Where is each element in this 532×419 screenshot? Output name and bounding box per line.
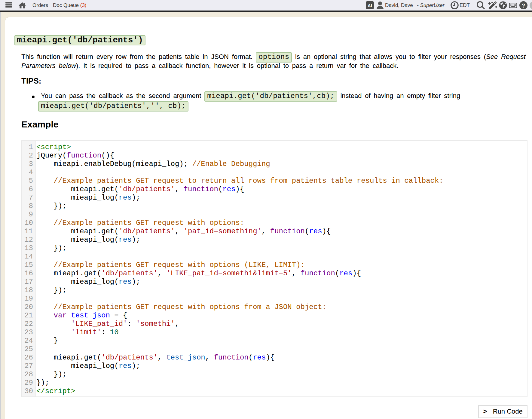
svg-text:?: ? <box>522 2 525 9</box>
svg-text:AI: AI <box>368 3 372 8</box>
